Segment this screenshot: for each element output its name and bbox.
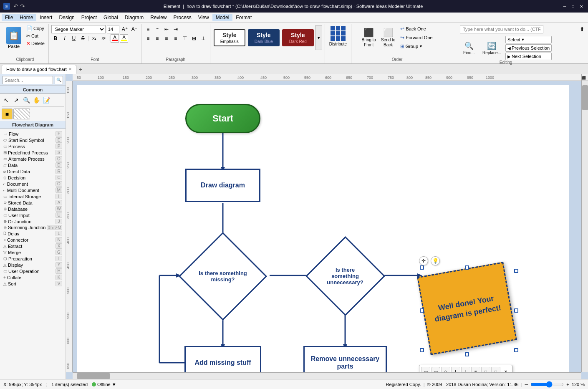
what-to-do-input[interactable] — [460, 25, 543, 33]
direct-select-tool-btn[interactable]: ↗ — [12, 96, 21, 105]
shape-merge[interactable]: ▽ Merge G — [2, 249, 64, 255]
align-justify-btn[interactable]: ≡ — [172, 34, 180, 43]
shape-start-end[interactable]: ⬭ Start End Symbol E — [2, 137, 64, 143]
group-dropdown-icon[interactable]: ▼ — [419, 44, 423, 48]
decision1-node[interactable]: Is there something missing? — [179, 242, 267, 311]
mini-bracket2-btn[interactable]: ] — [461, 367, 470, 372]
tab-add-btn[interactable]: + — [77, 66, 84, 73]
indent-decrease-btn[interactable]: ⇤ — [162, 25, 171, 33]
distribute-button[interactable]: Distribute — [328, 25, 348, 47]
sel-handle-tm[interactable] — [465, 265, 469, 270]
menu-global[interactable]: Global — [100, 14, 121, 21]
mini-rect-btn[interactable]: ▭ — [421, 367, 430, 372]
list-unordered-btn[interactable]: ≡ — [144, 25, 152, 33]
color-tool-btn[interactable]: ■ — [2, 109, 13, 119]
undo-btn[interactable]: ↶ — [13, 3, 18, 10]
mini-rounded-rect-btn[interactable]: ▭ — [431, 367, 440, 372]
menu-diagram[interactable]: Diagram — [121, 14, 147, 21]
delete-button[interactable]: ✕ Delete — [25, 40, 46, 47]
mini-square2-btn[interactable]: □ — [491, 367, 500, 372]
replace-btn[interactable]: 🔄 Replace... — [480, 40, 504, 56]
shape-display[interactable]: ◬ Display Y — [2, 262, 64, 268]
shape-delay[interactable]: D Delay L — [2, 230, 64, 237]
shape-data[interactable]: ▱ Data D — [2, 162, 64, 168]
bulb-context-icon[interactable]: 💡 — [431, 256, 440, 265]
shape-multi-document[interactable]: ⌐ Multi-Document M — [2, 187, 64, 193]
mini-diamond-btn[interactable]: ◇ — [441, 367, 450, 372]
forward-one-btn[interactable]: ↪ Forward One — [399, 34, 434, 41]
shape-stored-data[interactable]: ⊃ Stored Data A — [2, 200, 64, 206]
mini-bracket-btn[interactable]: [ — [451, 367, 460, 372]
shape-database[interactable]: ⊛ Database W — [2, 206, 64, 212]
minimize-btn[interactable]: ─ — [561, 3, 568, 10]
shape-alternate-process[interactable]: ▭ Alternate Process Q — [2, 156, 64, 162]
style-dark-blue-btn[interactable]: Style Dark Blue — [248, 29, 280, 46]
shape-direct-data[interactable]: ⌀ Direct Data R — [2, 168, 64, 174]
sel-handle-ml[interactable] — [420, 308, 424, 313]
italic-btn[interactable]: I — [61, 34, 69, 43]
font-size-input[interactable] — [107, 25, 119, 33]
styles-scroll-btn[interactable]: ▼ — [315, 25, 322, 50]
shape-flow[interactable]: → Flow F — [2, 131, 64, 137]
zoom-slider[interactable] — [530, 382, 564, 387]
shape-document[interactable]: ⌐ Document O — [2, 181, 64, 187]
list-ordered-btn[interactable]: ⁼ — [153, 25, 162, 33]
send-to-back-btn[interactable]: ⬜ Send toBack — [379, 27, 397, 48]
shape-user-operation[interactable]: ▭ User Operation H — [2, 268, 64, 274]
well-done-note[interactable]: Well done! Your diagram is perfect! — [417, 262, 517, 355]
pan-tool-btn[interactable]: ✋ — [32, 96, 41, 105]
remove-unnecessary-node[interactable]: Remove unnecessary parts — [303, 346, 387, 372]
font-family-select[interactable]: Segoe Marker — [51, 25, 106, 33]
select-btn[interactable]: Select ▼ — [505, 36, 552, 43]
sel-handle-bm[interactable] — [465, 352, 469, 356]
menu-home[interactable]: Home — [16, 14, 36, 21]
tab-flowchart[interactable]: How to draw a good flowchart ✕ — [2, 65, 76, 74]
font-color-btn[interactable]: A — [111, 34, 119, 43]
scrollbar-vertical[interactable] — [581, 81, 588, 372]
scrollbar-horizontal[interactable] — [73, 372, 581, 379]
sel-handle-bl[interactable] — [420, 348, 424, 352]
previous-selection-btn[interactable]: ◀ Previous Selection — [505, 44, 552, 52]
mini-square-btn[interactable]: □ — [481, 367, 490, 372]
sidebar-search-btn[interactable]: 🔍 — [55, 76, 63, 84]
canvas-area[interactable]: 50 100 150 200 250 300 350 400 450 500 5… — [66, 74, 588, 379]
draw-diagram-node[interactable]: Draw diagram — [185, 169, 260, 202]
sel-handle-br[interactable] — [514, 348, 518, 352]
decision2-node[interactable]: Is there something unnecessary? — [310, 242, 381, 311]
copy-button[interactable]: 📄 Copy — [25, 25, 46, 32]
shape-user-input[interactable]: ▭ User Input U — [2, 212, 64, 218]
shape-or-junction[interactable]: ⊕ Or Junction J — [2, 218, 64, 225]
sel-handle-tl[interactable] — [420, 265, 424, 270]
sel-handle-tr[interactable] — [514, 269, 518, 273]
superscript-btn[interactable]: X² — [99, 34, 108, 43]
drawing-canvas[interactable]: Start Draw diagram Is there something mi… — [77, 85, 569, 372]
shape-collate[interactable]: ⌖ Collate K — [2, 274, 64, 280]
align-left-btn[interactable]: ≡ — [144, 34, 152, 43]
zoom-out-icon[interactable]: ─ — [525, 382, 528, 387]
align-bottom-btn[interactable]: ⊥ — [199, 34, 207, 43]
shape-extract[interactable]: △ Extract X — [2, 243, 64, 249]
strikethrough-btn[interactable]: S — [79, 34, 87, 43]
shape-internal-storage[interactable]: ▭ Internal Storage I — [2, 193, 64, 200]
pattern-tool-btn[interactable] — [13, 109, 30, 119]
shape-preparation[interactable]: ⬡ Preparation T — [2, 255, 64, 262]
status-dropdown-icon[interactable]: ▼ — [112, 382, 116, 387]
cut-button[interactable]: ✂ Cut — [25, 33, 46, 39]
underline-btn[interactable]: U — [70, 34, 78, 43]
pointer-tool-btn[interactable]: ↖ — [2, 96, 11, 105]
add-missing-node[interactable]: Add missing stuff — [184, 346, 261, 372]
menu-file[interactable]: File — [2, 14, 16, 21]
subscript-btn[interactable]: X₁ — [90, 34, 98, 43]
style-emphasis-btn[interactable]: Style Emphasis — [214, 29, 245, 46]
shape-summing-junction[interactable]: ⊕ Summing Junction Shift+M — [2, 225, 64, 230]
shape-connector[interactable]: ○ Connector N — [2, 237, 64, 243]
menu-process[interactable]: Process — [170, 14, 195, 21]
menu-view[interactable]: View — [195, 14, 212, 21]
tab-close-btn[interactable]: ✕ — [68, 67, 72, 71]
highlight-color-btn[interactable]: A — [120, 34, 128, 43]
sel-handle-mr[interactable] — [514, 308, 518, 313]
ribbon-collapse-btn[interactable]: ⬆ — [578, 24, 586, 63]
align-middle-btn[interactable]: ⊞ — [190, 34, 198, 43]
note-tool-btn[interactable]: 📝 — [42, 96, 51, 105]
find-btn[interactable]: 🔍 Find... — [460, 40, 478, 56]
